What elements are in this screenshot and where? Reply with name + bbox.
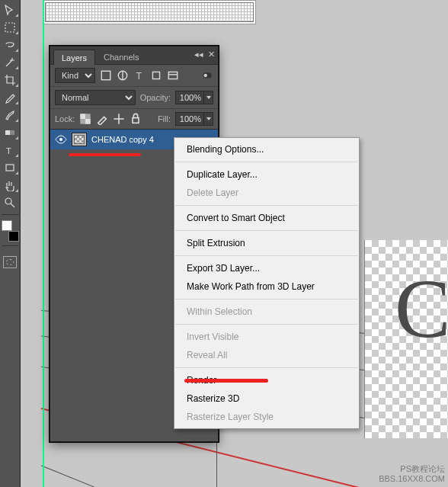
background-color-swatch[interactable] xyxy=(8,231,19,242)
blend-mode-dropdown[interactable]: Normal xyxy=(55,90,136,105)
menu-invert-visible: Invert Visible xyxy=(174,328,359,346)
svg-rect-4 xyxy=(6,165,14,171)
zoom-tool[interactable] xyxy=(2,194,19,210)
lock-pixels-icon[interactable] xyxy=(96,113,108,125)
svg-rect-2 xyxy=(5,130,10,135)
filter-pixel-icon[interactable] xyxy=(100,69,112,82)
annotation-underline-render xyxy=(184,379,268,383)
crop-tool[interactable] xyxy=(2,72,19,88)
svg-rect-16 xyxy=(133,118,139,123)
magic-wand-tool[interactable] xyxy=(2,54,19,70)
tab-channels[interactable]: Channels xyxy=(95,49,147,64)
visibility-eye-icon[interactable] xyxy=(55,133,67,146)
eyedropper-tool[interactable] xyxy=(2,89,19,105)
filter-shape-icon[interactable] xyxy=(150,69,162,82)
lock-label: Lock: xyxy=(55,114,75,123)
watermark-line1: PS教程论坛 xyxy=(379,464,445,474)
svg-rect-0 xyxy=(5,23,14,32)
menu-reveal-all: Reveal All xyxy=(174,346,359,364)
guide-line[interactable] xyxy=(43,0,44,487)
svg-rect-14 xyxy=(81,114,86,119)
blend-mode-row: Normal Opacity: xyxy=(50,87,218,109)
panel-collapse-icon[interactable]: ◂◂ xyxy=(194,50,203,59)
layer-thumbnail[interactable] xyxy=(72,133,87,146)
filter-kind-dropdown[interactable]: Kind xyxy=(55,68,95,83)
lock-transparent-icon[interactable] xyxy=(79,113,91,125)
filter-type-icon[interactable]: T xyxy=(133,69,146,82)
foreground-color-swatch[interactable] xyxy=(2,220,12,231)
menu-within-selection: Within Selection xyxy=(174,303,359,321)
gradient-tool[interactable] xyxy=(2,124,19,140)
menu-rasterize-style: Rasterize Layer Style xyxy=(174,408,359,426)
fill-dropdown-icon[interactable] xyxy=(204,112,213,126)
move-tool[interactable] xyxy=(2,2,19,18)
svg-text:T: T xyxy=(6,146,11,155)
svg-point-17 xyxy=(59,138,62,141)
fill-input[interactable] xyxy=(175,112,204,126)
menu-delete-layer: Delete Layer xyxy=(174,184,359,202)
type-tool[interactable]: T xyxy=(2,142,19,158)
quick-mask-toggle[interactable] xyxy=(3,256,17,268)
lasso-tool[interactable] xyxy=(2,37,19,53)
hand-tool[interactable] xyxy=(2,177,19,193)
svg-rect-9 xyxy=(152,72,159,78)
filter-adjust-icon[interactable] xyxy=(117,69,129,82)
filter-smart-icon[interactable] xyxy=(167,69,179,82)
filter-toggle-switch[interactable] xyxy=(201,69,213,82)
menu-export-3d[interactable]: Export 3D Layer... xyxy=(174,259,359,277)
opacity-label: Opacity: xyxy=(140,93,171,102)
svg-point-12 xyxy=(203,74,207,78)
svg-rect-10 xyxy=(168,72,177,78)
ruler-strip xyxy=(43,0,256,24)
marquee-tool[interactable] xyxy=(2,19,19,35)
svg-text:T: T xyxy=(136,71,142,82)
fill-label: Fill: xyxy=(158,114,171,123)
menu-duplicate-layer[interactable]: Duplicate Layer... xyxy=(174,165,359,184)
menu-make-work-path[interactable]: Make Work Path from 3D Layer xyxy=(174,277,359,296)
svg-point-5 xyxy=(5,198,11,204)
lock-row: Lock: Fill: xyxy=(50,109,218,130)
menu-rasterize-3d[interactable]: Rasterize 3D xyxy=(174,389,359,408)
watermark: PS教程论坛 BBS.16XX8.COM xyxy=(379,464,445,484)
opacity-dropdown-icon[interactable] xyxy=(204,91,213,104)
menu-blending-options[interactable]: Blending Options... xyxy=(174,140,359,159)
layer-filter-row: Kind T xyxy=(50,65,218,87)
menu-convert-smart[interactable]: Convert to Smart Object xyxy=(174,209,359,227)
canvas-3d-text: C xyxy=(395,267,448,351)
watermark-line2: BBS.16XX8.COM xyxy=(379,474,445,484)
menu-split-extrusion[interactable]: Split Extrusion xyxy=(174,234,359,252)
rectangle-tool[interactable] xyxy=(2,159,19,175)
svg-rect-6 xyxy=(101,71,110,79)
layer-context-menu: Blending Options... Duplicate Layer... D… xyxy=(174,137,360,429)
color-swatches[interactable] xyxy=(2,220,19,242)
tools-panel: T xyxy=(0,0,21,487)
lock-position-icon[interactable] xyxy=(113,113,125,125)
opacity-input[interactable] xyxy=(175,91,204,104)
annotation-underline-layer xyxy=(69,153,141,156)
tab-layers[interactable]: Layers xyxy=(53,50,95,65)
lock-all-icon[interactable] xyxy=(130,113,142,125)
brush-tool[interactable] xyxy=(2,107,19,123)
svg-rect-15 xyxy=(85,119,91,124)
panel-close-icon[interactable]: ✕ xyxy=(208,50,215,59)
